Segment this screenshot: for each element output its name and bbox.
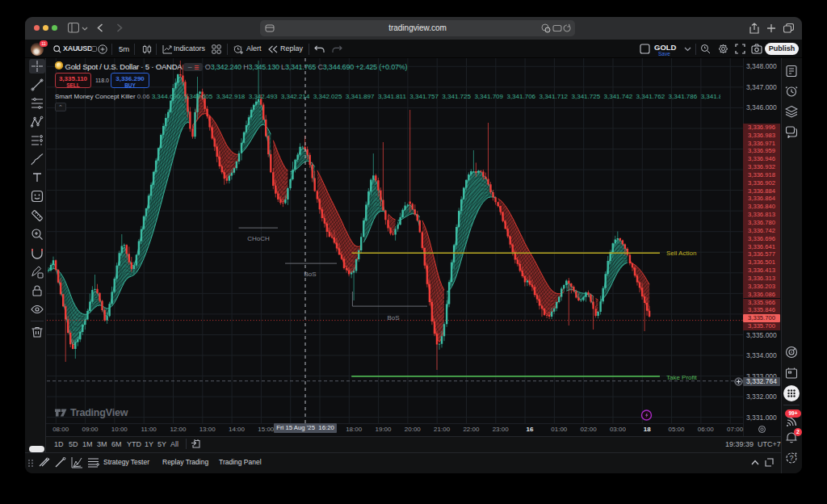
svg-text:BoS: BoS bbox=[304, 271, 316, 278]
svg-text:Take Profit: Take Profit bbox=[666, 374, 698, 381]
svg-text:Sell Action: Sell Action bbox=[666, 250, 696, 257]
svg-text:?: ? bbox=[789, 454, 793, 462]
svg-text:BoS: BoS bbox=[387, 314, 399, 321]
svg-text:CHoCH: CHoCH bbox=[247, 235, 270, 242]
